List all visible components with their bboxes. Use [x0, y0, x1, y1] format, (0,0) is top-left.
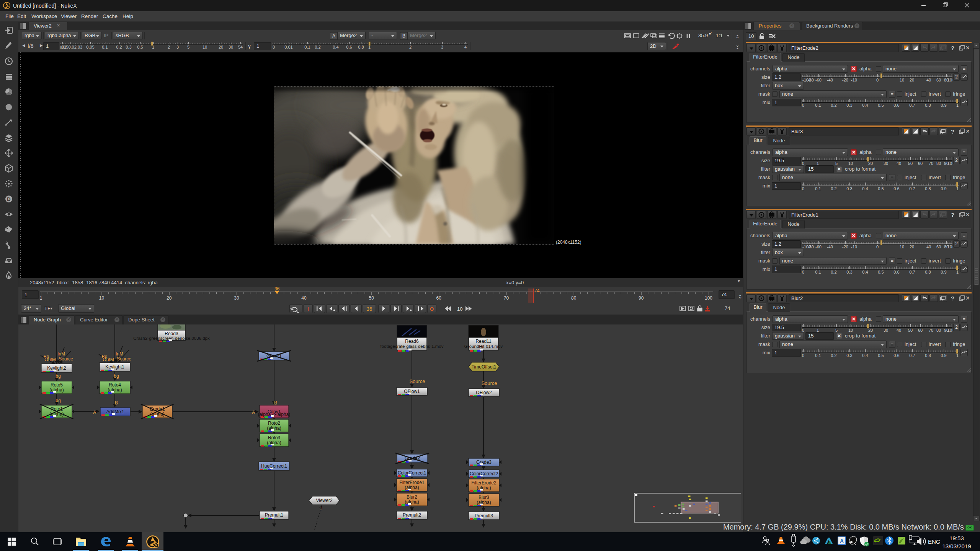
svg-text:40: 40: [897, 161, 901, 166]
svg-text:GroundHit-014.mov: GroundHit-014.mov: [464, 344, 503, 349]
svg-text:5: 5: [835, 328, 838, 333]
svg-text:4: 4: [464, 45, 467, 49]
svg-text:AddMix1: AddMix1: [106, 409, 124, 414]
svg-text:60: 60: [936, 78, 941, 82]
svg-text:1: 1: [320, 506, 322, 511]
svg-text:100: 100: [947, 328, 952, 333]
svg-text:bg: bg: [56, 373, 60, 379]
svg-text:80: 80: [571, 295, 577, 301]
svg-text:ColorCorrect1: ColorCorrect1: [398, 470, 426, 476]
svg-text:60: 60: [936, 245, 941, 249]
svg-text:100: 100: [947, 78, 952, 82]
svg-text:1: 1: [40, 295, 42, 301]
svg-text:-40: -40: [827, 78, 833, 82]
svg-text:Blur2: Blur2: [407, 494, 417, 500]
svg-text:36: 36: [274, 287, 280, 292]
svg-text:80: 80: [936, 161, 941, 166]
svg-text:0.1: 0.1: [815, 270, 821, 274]
svg-text:InM: InM: [57, 351, 65, 357]
svg-text:40: 40: [926, 78, 931, 82]
svg-text:FilterErode2: FilterErode2: [471, 480, 497, 486]
svg-text:20: 20: [868, 328, 873, 333]
svg-text:54: 54: [238, 45, 243, 49]
svg-text:-60: -60: [815, 78, 822, 82]
svg-text:60: 60: [436, 295, 442, 301]
svg-text:20: 20: [910, 78, 914, 82]
svg-text:0.2: 0.2: [831, 186, 836, 191]
svg-text:-10: -10: [851, 245, 857, 249]
svg-text:2: 2: [168, 45, 170, 49]
svg-text:0.9: 0.9: [941, 353, 946, 358]
svg-text:0.05: 0.05: [86, 45, 94, 49]
svg-text:I: I: [307, 306, 309, 312]
svg-text:20: 20: [868, 161, 873, 166]
svg-text:10: 10: [203, 45, 207, 49]
svg-text:0.1: 0.1: [304, 45, 310, 49]
svg-text:OutM: OutM: [44, 357, 56, 362]
svg-text:bg: bg: [114, 373, 119, 379]
svg-text:0.4: 0.4: [333, 45, 338, 49]
svg-text:0.7: 0.7: [909, 186, 915, 191]
svg-text:(alpha): (alpha): [108, 387, 122, 393]
svg-text:0.4: 0.4: [862, 353, 868, 358]
svg-text:100: 100: [705, 295, 712, 301]
svg-text:ColorCorrect2: ColorCorrect2: [470, 471, 498, 476]
svg-text:80: 80: [936, 328, 941, 333]
svg-text:1: 1: [956, 103, 959, 108]
svg-text:0: 0: [273, 45, 275, 49]
svg-text:0.1: 0.1: [815, 353, 821, 358]
svg-text:Source: Source: [117, 356, 131, 362]
svg-text:0: 0: [802, 186, 804, 191]
svg-text:Source: Source: [481, 380, 497, 386]
svg-text:0.1: 0.1: [102, 45, 108, 49]
svg-text:TimeOffset1: TimeOffset1: [472, 364, 497, 370]
svg-text:30: 30: [229, 45, 233, 49]
svg-text:50: 50: [908, 161, 913, 166]
svg-text:40: 40: [926, 245, 931, 249]
svg-text:(alpha): (alpha): [477, 485, 491, 491]
svg-text:(alpha -> alpha): (alpha -> alpha): [258, 412, 290, 417]
svg-text:0.4: 0.4: [862, 103, 868, 108]
svg-text:0.5: 0.5: [137, 45, 143, 49]
svg-text:bg: bg: [56, 398, 60, 403]
svg-text:0: 0: [802, 103, 804, 108]
svg-text:-20: -20: [842, 245, 848, 249]
svg-text:0.5: 0.5: [878, 103, 884, 108]
svg-text:100: 100: [947, 245, 952, 249]
svg-text:30: 30: [884, 161, 888, 166]
svg-text:Blur3: Blur3: [479, 495, 489, 500]
svg-text:0.8: 0.8: [358, 45, 364, 49]
svg-text:0.3: 0.3: [846, 103, 852, 108]
svg-text:90: 90: [639, 295, 644, 301]
svg-text:20: 20: [219, 45, 223, 49]
svg-text:0.4: 0.4: [862, 186, 868, 191]
svg-text:Roto4: Roto4: [109, 382, 121, 388]
svg-text:0.4: 0.4: [862, 270, 868, 274]
svg-text:Keylight2: Keylight2: [47, 365, 66, 371]
svg-text:0.8: 0.8: [925, 103, 931, 108]
svg-text:20: 20: [910, 245, 914, 249]
svg-text:A: A: [252, 410, 255, 415]
svg-text:5: 5: [187, 45, 189, 49]
svg-text:0.5: 0.5: [878, 270, 884, 274]
svg-text:Roto2: Roto2: [268, 421, 280, 426]
svg-text:20: 20: [167, 295, 172, 301]
svg-text:1: 1: [956, 353, 959, 358]
svg-text:FilterErode1: FilterErode1: [399, 480, 425, 485]
svg-text:0.6: 0.6: [893, 270, 899, 274]
svg-text:2: 2: [409, 45, 412, 49]
svg-text:-20: -20: [842, 78, 848, 82]
svg-text:O: O: [430, 306, 434, 312]
svg-text:70: 70: [929, 161, 933, 166]
svg-text:Roto1: Roto1: [51, 406, 63, 412]
svg-text:0.8: 0.8: [925, 270, 931, 274]
svg-text:footagecrate-glass-debris-1.mo: footagecrate-glass-debris-1.mov: [381, 344, 444, 349]
svg-text:-80: -80: [808, 245, 814, 249]
svg-text:B: B: [274, 400, 277, 406]
svg-text:3: 3: [176, 45, 179, 49]
svg-text:InM: InM: [116, 351, 123, 357]
svg-text:Premult1: Premult1: [265, 512, 283, 518]
svg-text:0.8: 0.8: [925, 353, 931, 358]
svg-text:10: 10: [848, 328, 853, 333]
svg-text:0.01: 0.01: [284, 45, 292, 49]
